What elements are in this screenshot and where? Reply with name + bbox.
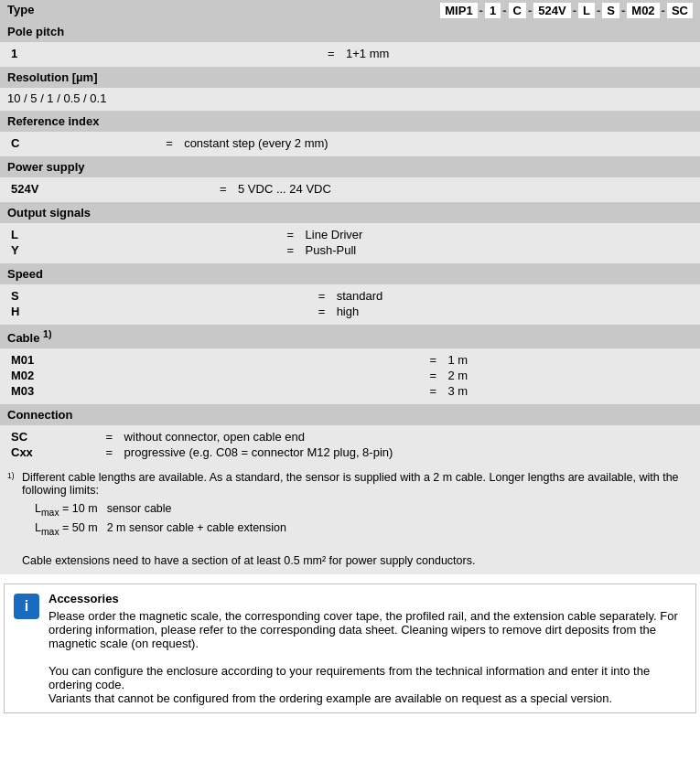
cable-m03-sep: = (426, 383, 445, 399)
section-content-output-signals: L = Line Driver Y = Push-Pull (0, 223, 700, 263)
power-supply-code: 524V (7, 181, 216, 197)
speed-s-code: S (7, 288, 315, 304)
sep-1: - (478, 3, 485, 18)
lmax-2-value: Lmax = 50 m (35, 520, 105, 538)
cable-m01-desc: 1 m (445, 352, 694, 368)
ref-index-sep: = (162, 135, 180, 151)
power-supply-desc: 5 VDC ... 24 VDC (234, 181, 693, 197)
conn-sc-sep: = (102, 429, 121, 444)
type-header-bar: Type MIP1 - 1 - C - 524V - L - S - M02 -… (0, 0, 700, 21)
footnote-section: 1) Different cable lengths are available… (0, 466, 700, 574)
section-content-speed: S = standard H = high (0, 284, 700, 325)
cable-m03-desc: 3 m (445, 383, 694, 399)
pole-pitch-desc: 1+1 mm (342, 46, 693, 61)
section-header-pole-pitch: Pole pitch (0, 21, 700, 42)
lmax-row-2: Lmax = 50 m 2 m sensor cable + cable ext… (35, 520, 294, 538)
section-speed: Speed S = standard H = high (0, 263, 700, 325)
cable-m02-sep: = (426, 368, 445, 383)
seg-524v: 524V (533, 3, 570, 18)
info-box: i Accessories Please order the magnetic … (4, 584, 696, 713)
seg-c: C (509, 3, 526, 18)
sep-4: - (571, 3, 578, 18)
output-l-sep: = (284, 227, 302, 242)
type-label: Type (7, 3, 41, 18)
seg-1: 1 (485, 3, 501, 18)
footnote-text: 1) Different cable lengths are available… (7, 471, 693, 567)
cable-m01-code: M01 (7, 352, 426, 368)
seg-l: L (578, 3, 595, 18)
section-header-connection: Connection (0, 404, 700, 425)
speed-h-sep: = (315, 304, 333, 319)
info-paragraph-1: Please order the magnetic scale, the cor… (48, 609, 686, 650)
conn-sc-code: SC (7, 429, 102, 444)
info-content: Accessories Please order the magnetic sc… (48, 592, 686, 705)
section-connection: Connection SC = without connector, open … (0, 404, 700, 466)
cable-m03-code: M03 (7, 383, 426, 399)
lmax-2-desc: 2 m sensor cable + cable extension (107, 520, 294, 538)
section-pole-pitch: Pole pitch 1 = 1+1 mm (0, 21, 700, 67)
section-content-power-supply: 524V = 5 VDC ... 24 VDC (0, 177, 700, 202)
seg-sc: SC (667, 3, 693, 18)
sep-6: - (619, 3, 627, 18)
footnote-body: Different cable lengths are available. A… (22, 471, 693, 567)
power-supply-sep: = (216, 181, 234, 197)
conn-cxx-desc: progressive (e.g. C08 = connector M12 pl… (121, 444, 693, 460)
lmax-row-1: Lmax = 10 m sensor cable (35, 501, 294, 519)
conn-cxx-sep: = (102, 444, 121, 460)
lmax-1-value: Lmax = 10 m (35, 501, 105, 519)
output-l-desc: Line Driver (302, 227, 693, 242)
resolution-values: 10 / 5 / 1 / 0.5 / 0.1 (7, 91, 106, 105)
section-power-supply: Power supply 524V = 5 VDC ... 24 VDC (0, 156, 700, 202)
info-title: Accessories (48, 592, 686, 605)
cable-m02-desc: 2 m (445, 368, 694, 383)
pole-pitch-code: 1 (7, 46, 324, 61)
sep-3: - (526, 3, 533, 18)
ref-index-desc: constant step (every 2 mm) (180, 135, 693, 151)
section-header-cable: Cable 1) (0, 325, 700, 348)
output-l-code: L (7, 227, 284, 242)
section-reference-index: Reference index C = constant step (every… (0, 111, 700, 156)
section-header-reference-index: Reference index (0, 111, 700, 132)
output-y-code: Y (7, 242, 284, 258)
ref-index-code: C (7, 135, 162, 151)
section-content-resolution: 10 / 5 / 1 / 0.5 / 0.1 (0, 88, 700, 111)
cable-m02-code: M02 (7, 368, 426, 383)
seg-m02: M02 (627, 3, 659, 18)
info-icon: i (14, 594, 39, 619)
section-header-speed: Speed (0, 263, 700, 284)
type-codes: MIP1 - 1 - C - 524V - L - S - M02 - SC (440, 3, 693, 18)
section-content-reference-index: C = constant step (every 2 mm) (0, 132, 700, 156)
cable-m01-sep: = (426, 352, 445, 368)
pole-pitch-sep: = (324, 46, 342, 61)
lmax-table: Lmax = 10 m sensor cable Lmax = 50 m 2 m… (33, 499, 296, 539)
sep-5: - (595, 3, 602, 18)
speed-h-desc: high (333, 304, 693, 319)
sep-7: - (660, 3, 667, 18)
cable-footnote-ref: 1) (43, 328, 52, 339)
output-y-sep: = (284, 242, 302, 258)
speed-h-code: H (7, 304, 315, 319)
seg-mip1: MIP1 (440, 3, 477, 18)
output-y-desc: Push-Pull (302, 242, 693, 258)
section-header-resolution: Resolution [µm] (0, 67, 700, 88)
conn-cxx-code: Cxx (7, 444, 102, 460)
page-container: Type MIP1 - 1 - C - 524V - L - S - M02 -… (0, 0, 700, 713)
footnote-extra: Cable extensions need to have a section … (22, 554, 475, 567)
section-cable: Cable 1) M01 = 1 m M02 = 2 m M03 = 3 m (0, 325, 700, 404)
section-header-output-signals: Output signals (0, 202, 700, 223)
sep-2: - (501, 3, 508, 18)
section-content-connection: SC = without connector, open cable end C… (0, 425, 700, 466)
section-header-power-supply: Power supply (0, 156, 700, 177)
section-resolution: Resolution [µm] 10 / 5 / 1 / 0.5 / 0.1 (0, 67, 700, 111)
footnote-number: 1) (7, 471, 18, 567)
info-paragraph-2: You can configure the enclosure accordin… (48, 664, 686, 705)
speed-s-sep: = (315, 288, 333, 304)
section-content-pole-pitch: 1 = 1+1 mm (0, 42, 700, 67)
footnote-intro: Different cable lengths are available. A… (22, 471, 679, 497)
conn-sc-desc: without connector, open cable end (121, 429, 693, 444)
speed-s-desc: standard (333, 288, 693, 304)
seg-s: S (602, 3, 619, 18)
lmax-1-desc: sensor cable (107, 501, 294, 519)
info-icon-letter: i (25, 598, 28, 615)
section-output-signals: Output signals L = Line Driver Y = Push-… (0, 202, 700, 263)
